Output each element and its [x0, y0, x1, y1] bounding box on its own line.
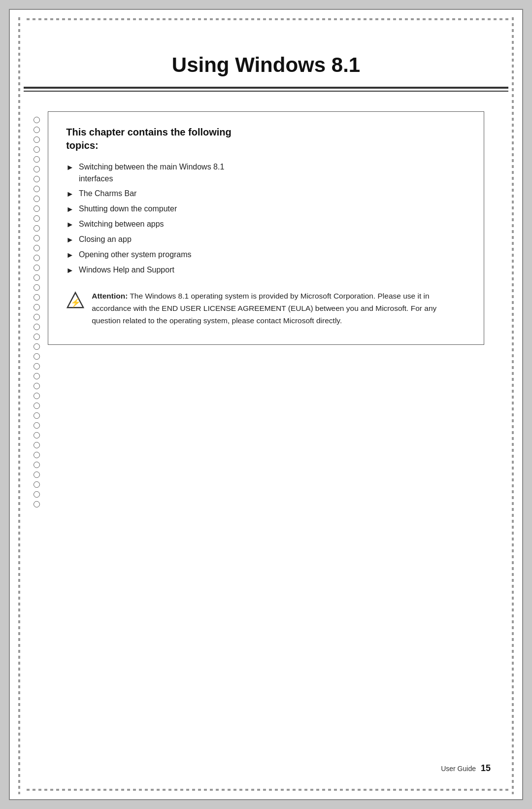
circle-25 [33, 353, 40, 360]
list-item: ► Shutting down the computer [66, 203, 466, 215]
svg-text:⚡: ⚡ [70, 298, 81, 308]
circle-26 [33, 363, 40, 370]
circle-27 [33, 373, 40, 379]
arrow-icon-4: ► [66, 219, 74, 231]
title-divider-thin [24, 91, 508, 92]
circle-32 [33, 422, 40, 429]
attention-text: Attention: The Windows 8.1 operating sys… [92, 290, 466, 327]
page-outer-border: Using Windows 8.1 [9, 9, 523, 800]
list-item: ► Switching between apps [66, 218, 466, 231]
circle-11 [33, 215, 40, 222]
page-footer: User Guide 15 [441, 763, 491, 774]
circle-35 [33, 452, 40, 458]
circle-38 [33, 481, 40, 488]
circle-40 [33, 501, 40, 507]
list-item: ► Closing an app [66, 234, 466, 246]
list-item: ► The Charms Bar [66, 188, 466, 200]
arrow-icon-5: ► [66, 234, 74, 246]
list-item: ► Opening other system programs [66, 249, 466, 261]
circle-7 [33, 176, 40, 182]
circle-37 [33, 472, 40, 478]
circle-34 [33, 442, 40, 448]
circles-column [33, 117, 40, 507]
page-content: Using Windows 8.1 [24, 24, 508, 785]
circle-15 [33, 255, 40, 261]
attention-body: The Windows 8.1 operating system is prov… [92, 292, 436, 325]
content-box: This chapter contains the following topi… [48, 111, 484, 345]
circle-13 [33, 235, 40, 241]
dash-top [24, 15, 508, 24]
circle-33 [33, 432, 40, 438]
chapter-heading: This chapter contains the following topi… [66, 126, 466, 152]
list-item: ► Windows Help and Support [66, 264, 466, 276]
circle-10 [33, 205, 40, 212]
circle-1 [33, 117, 40, 123]
circle-9 [33, 196, 40, 202]
arrow-icon-3: ► [66, 203, 74, 215]
circle-30 [33, 403, 40, 409]
circle-21 [33, 314, 40, 320]
circle-19 [33, 294, 40, 301]
circle-22 [33, 324, 40, 330]
circle-28 [33, 383, 40, 389]
arrow-icon-1: ► [66, 162, 74, 173]
warning-icon: ⚡ [66, 291, 85, 310]
circle-17 [33, 274, 40, 281]
circle-16 [33, 265, 40, 271]
dash-right [508, 15, 517, 794]
circle-12 [33, 225, 40, 232]
page-title: Using Windows 8.1 [172, 53, 360, 77]
attention-box: ⚡ Attention: The Windows 8.1 operating s… [66, 290, 466, 327]
circle-29 [33, 393, 40, 399]
circle-18 [33, 284, 40, 291]
arrow-icon-2: ► [66, 188, 74, 200]
circle-23 [33, 334, 40, 340]
list-item: ► Switching between the main Windows 8.1… [66, 161, 466, 185]
circle-3 [33, 136, 40, 143]
arrow-icon-7: ► [66, 265, 74, 276]
arrow-icon-6: ► [66, 249, 74, 261]
circle-8 [33, 186, 40, 192]
circle-31 [33, 412, 40, 419]
circle-5 [33, 156, 40, 163]
circle-24 [33, 343, 40, 350]
title-divider-thick [24, 87, 508, 89]
circle-36 [33, 462, 40, 468]
circle-4 [33, 146, 40, 153]
topic-list: ► Switching between the main Windows 8.1… [66, 161, 466, 276]
circle-6 [33, 166, 40, 172]
circle-20 [33, 304, 40, 310]
page-number: 15 [481, 763, 491, 774]
circle-39 [33, 491, 40, 498]
dash-bottom [24, 785, 508, 794]
footer-label: User Guide [441, 765, 476, 773]
dash-left [15, 15, 24, 794]
attention-label: Attention: [92, 292, 128, 300]
circle-14 [33, 245, 40, 251]
circle-2 [33, 127, 40, 133]
